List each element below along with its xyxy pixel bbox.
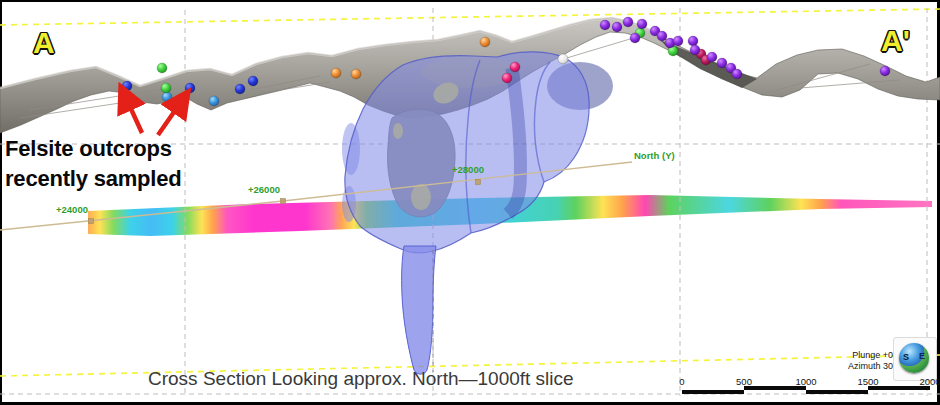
axis-label-north-y: North (Y) [634,150,675,161]
cross-section-viewport[interactable]: A A' Felsite outcrops recently sampled +… [0,0,940,405]
axis-tick-26000: +26000 [248,184,280,195]
collar-sphere-purple [600,20,610,30]
collar-sphere-blue [122,81,132,91]
collar-sphere-purple [637,19,647,29]
collar-sphere-purple [673,36,683,46]
cross-section-scene [0,0,940,405]
collar-sphere-orange [480,37,490,47]
section-label-a-prime: A' [881,24,910,58]
collar-sphere-blue [248,76,258,86]
annotation-line-2: recently sampled [5,164,182,193]
scale-tick-500: 500 [736,376,752,387]
caption: Cross Section Looking approx. North—1000… [148,368,574,390]
scale-tick-2000: 2000 [919,376,940,387]
felsite-dike-tail [402,246,436,374]
collar-sphere-purple [657,31,667,41]
collar-sphere-purple [623,17,633,27]
orientation-globe-icon[interactable]: S E [899,343,929,373]
collar-sphere-purple [690,45,700,55]
axis-tick-24000: +24000 [56,204,88,215]
collar-sphere-purple [688,36,698,46]
collar-sphere-green [161,83,171,93]
collar-sphere-orange [331,68,341,78]
axis-tick-28000: +28000 [452,164,484,175]
collar-sphere-white [558,54,568,64]
collar-sphere-purple [717,58,727,68]
collar-sphere-purple [732,69,742,79]
collar-sphere-purple [612,22,622,32]
annotation-line-1: Felsite outcrops [5,134,172,163]
azimuth-readout: Azimuth 309 [820,361,898,372]
globe-east-label: E [919,351,925,361]
collar-sphere-blue [185,83,195,93]
collar-sphere-purple [707,52,717,62]
collar-sphere-pink [510,62,520,72]
collar-sphere-lightblue [162,92,172,102]
collar-sphere-purple [880,66,890,76]
collar-sphere-pink [502,73,512,83]
collar-sphere-green [157,63,167,73]
section-label-a: A [33,26,55,60]
scale-tick-1500: 1500 [857,376,878,387]
scale-tick-1000: 1000 [795,376,816,387]
scale-bar [682,386,930,394]
scale-tick-0: 0 [679,376,684,387]
collar-sphere-purple [630,33,640,43]
collar-sphere-blue [235,84,245,94]
plunge-readout: Plunge +08 [820,350,898,361]
collar-sphere-orange [351,69,361,79]
collar-sphere-lightblue [209,96,219,106]
globe-south-label: S [903,352,909,362]
